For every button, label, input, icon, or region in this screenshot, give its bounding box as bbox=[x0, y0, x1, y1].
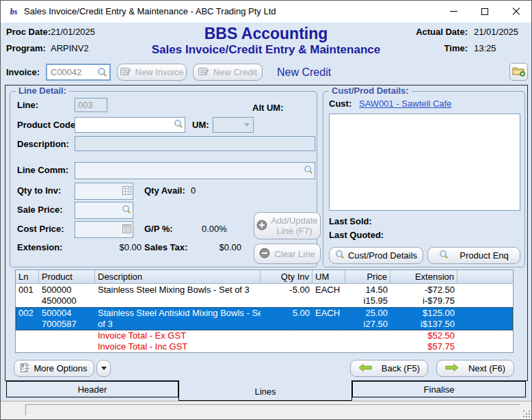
minimize-icon bbox=[450, 11, 457, 12]
screen-header: Proc Date: 21/01/2025 Program: ARPINV2 B… bbox=[1, 23, 531, 61]
col-price[interactable]: Price bbox=[345, 270, 390, 283]
plus-circle-icon bbox=[256, 220, 267, 233]
more-options-dropdown-button[interactable] bbox=[96, 360, 111, 377]
cell-qty: 5.00 bbox=[261, 307, 312, 330]
sales-tax-value: $0.00 bbox=[199, 242, 241, 252]
maximize-button[interactable] bbox=[469, 1, 501, 22]
product-enq-label: Product Enq bbox=[460, 250, 509, 261]
invoice-bar: Invoice: New Invoice New Credit New Cred… bbox=[1, 61, 531, 85]
entry-mode-status: New Credit bbox=[277, 66, 331, 79]
clear-line-button[interactable]: Clear Line bbox=[254, 244, 321, 264]
dropdown-arrow-icon bbox=[101, 367, 107, 370]
time-value: 13:25 bbox=[474, 43, 526, 53]
last-sold-label: Last Sold: bbox=[329, 216, 372, 226]
col-ln[interactable]: Ln bbox=[16, 270, 39, 283]
search-icon bbox=[439, 250, 449, 261]
status-bar bbox=[1, 401, 532, 420]
total-ex-gst-label: Invoice Total - Ex GST bbox=[95, 330, 261, 341]
new-invoice-label: New Invoice bbox=[135, 67, 184, 77]
um-label: UM: bbox=[192, 120, 209, 130]
sale-price-lookup-icon[interactable] bbox=[122, 205, 131, 217]
cell-price-ex: 25.00 bbox=[348, 308, 388, 319]
gp-value: 0.00% bbox=[202, 224, 227, 234]
tab-finalise-label: Finalise bbox=[424, 384, 455, 395]
extension-value: $0.00 bbox=[99, 242, 142, 252]
more-options-label: More Options bbox=[34, 363, 87, 373]
line-comm-field bbox=[75, 162, 315, 179]
tab-header-label: Header bbox=[78, 384, 107, 395]
resize-grip-icon[interactable] bbox=[523, 410, 531, 418]
close-button[interactable] bbox=[501, 1, 532, 22]
col-product[interactable]: Product bbox=[39, 270, 95, 283]
new-invoice-button[interactable]: New Invoice bbox=[117, 64, 187, 81]
col-filler bbox=[457, 270, 513, 283]
col-description[interactable]: Description bbox=[95, 270, 261, 283]
open-folder-button[interactable] bbox=[509, 63, 528, 81]
invoice-lines-grid: Ln Product Description Qty Inv UM Price … bbox=[15, 270, 514, 353]
close-icon bbox=[512, 8, 520, 16]
invoice-number-field-wrap bbox=[46, 64, 111, 81]
cust-prod-listbox[interactable] bbox=[329, 114, 520, 211]
status-panel bbox=[25, 404, 520, 416]
actual-date-value: 21/01/2025 bbox=[474, 27, 526, 37]
cell-um: EACH bbox=[312, 284, 345, 307]
calculator-icon[interactable] bbox=[122, 224, 131, 236]
product-code-input[interactable] bbox=[75, 118, 185, 132]
product-lookup-icon[interactable] bbox=[174, 119, 183, 131]
tab-lines-label: Lines bbox=[254, 386, 276, 397]
line-comm-lookup-icon[interactable] bbox=[304, 165, 313, 177]
um-select[interactable] bbox=[213, 117, 254, 133]
total-inc-gst-label: Invoice Total - Inc GST bbox=[95, 341, 261, 352]
customer-link[interactable]: SAW001 - Sawtell Cafe bbox=[359, 99, 451, 109]
add-update-line-label-2: Line (F7) bbox=[276, 226, 312, 236]
line-number-input[interactable] bbox=[75, 99, 107, 111]
line-number-field bbox=[75, 98, 107, 112]
options-list-icon bbox=[21, 363, 30, 374]
tab-lines[interactable]: Lines bbox=[178, 380, 352, 401]
actual-date-label: Actual Date: bbox=[409, 27, 468, 37]
new-credit-label: New Credit bbox=[213, 67, 257, 77]
minimize-button[interactable] bbox=[438, 1, 469, 22]
sales-tax-label: Sales Tax: bbox=[144, 242, 187, 252]
back-label: Back (F5) bbox=[382, 363, 420, 373]
description-input[interactable] bbox=[75, 137, 315, 150]
product-enq-button[interactable]: Product Enq bbox=[427, 247, 520, 264]
next-button[interactable]: Next (F6) bbox=[436, 360, 514, 377]
line-comm-label: Line Comm: bbox=[17, 165, 68, 175]
total-ex-gst-value: $52.50 bbox=[390, 330, 457, 341]
cell-price-ex: 14.50 bbox=[348, 285, 388, 296]
tab-finalise[interactable]: Finalise bbox=[352, 381, 526, 397]
grid-row-2-selected[interactable]: 002 5000047000587 Stainless Steel Antisk… bbox=[16, 307, 513, 330]
cost-price-field bbox=[75, 221, 133, 238]
col-qty-inv[interactable]: Qty Inv bbox=[261, 270, 312, 283]
col-um[interactable]: UM bbox=[312, 270, 345, 283]
arrow-left-icon bbox=[358, 363, 372, 374]
cust-prod-details-button[interactable]: Cust/Prod Details bbox=[329, 247, 423, 264]
cell-ext-ex: $125.00 bbox=[393, 308, 455, 319]
new-document-icon bbox=[120, 67, 131, 78]
col-extension[interactable]: Extension bbox=[390, 270, 457, 283]
cell-ext-inc: i-$79.75 bbox=[393, 296, 455, 306]
grid-row-1[interactable]: 001 5000004500000 Stainless Steel Mixing… bbox=[16, 284, 513, 307]
cell-price-inc: i15.95 bbox=[348, 296, 388, 306]
cell-qty: -5.00 bbox=[261, 284, 312, 307]
invoice-lookup-icon[interactable] bbox=[97, 67, 107, 80]
add-update-line-button[interactable]: Add/Update Line (F7) bbox=[254, 212, 321, 239]
more-options-button[interactable]: More Options bbox=[14, 360, 94, 377]
cell-description-2: of 3 bbox=[98, 319, 258, 330]
new-credit-button[interactable]: New Credit bbox=[193, 64, 263, 81]
grid-header-row: Ln Product Description Qty Inv UM Price … bbox=[16, 270, 513, 284]
qty-to-inv-field bbox=[75, 183, 133, 200]
line-comm-input[interactable] bbox=[75, 163, 315, 179]
qty-grid-icon[interactable] bbox=[122, 185, 131, 198]
qty-avail-value: 0 bbox=[191, 185, 196, 196]
product-code-label: Product Code: bbox=[17, 120, 79, 130]
arrow-right-icon bbox=[445, 363, 459, 374]
cust-prod-details-label: Cust/Prod Details bbox=[348, 250, 417, 261]
qty-to-inv-label: Qty to Inv: bbox=[17, 185, 61, 196]
tab-header[interactable]: Header bbox=[6, 381, 178, 397]
cell-price-inc: i27.50 bbox=[348, 319, 388, 330]
cell-description: Stainless Steel Mixing Bowls - Set of 3 bbox=[98, 285, 258, 296]
title-bar: bs Sales Invoice/Credit Entry & Maintena… bbox=[1, 1, 531, 23]
back-button[interactable]: Back (F5) bbox=[350, 360, 428, 377]
